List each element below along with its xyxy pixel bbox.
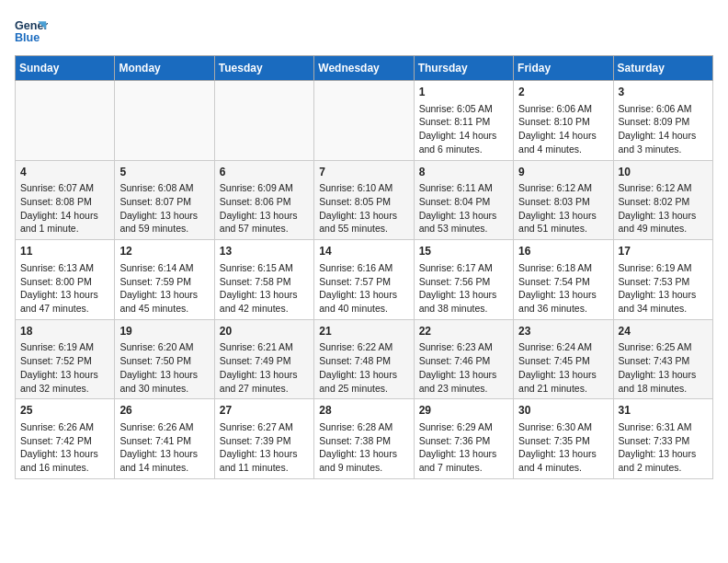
column-header-friday: Friday — [514, 56, 613, 81]
calendar-cell: 20Sunrise: 6:21 AM Sunset: 7:49 PM Dayli… — [214, 319, 313, 399]
day-info: Sunrise: 6:19 AM Sunset: 7:53 PM Dayligh… — [619, 261, 708, 316]
column-header-thursday: Thursday — [414, 56, 513, 81]
day-number: 11 — [20, 244, 109, 259]
day-info: Sunrise: 6:31 AM Sunset: 7:33 PM Dayligh… — [619, 420, 708, 475]
day-info: Sunrise: 6:17 AM Sunset: 7:56 PM Dayligh… — [419, 261, 508, 316]
calendar-cell — [214, 81, 313, 161]
day-info: Sunrise: 6:06 AM Sunset: 8:10 PM Dayligh… — [518, 102, 608, 156]
day-info: Sunrise: 6:12 AM Sunset: 8:02 PM Dayligh… — [619, 181, 708, 236]
day-number: 8 — [419, 165, 508, 180]
day-info: Sunrise: 6:26 AM Sunset: 7:42 PM Dayligh… — [20, 420, 109, 475]
calendar-cell: 13Sunrise: 6:15 AM Sunset: 7:58 PM Dayli… — [214, 240, 313, 320]
calendar-cell: 1Sunrise: 6:05 AM Sunset: 8:11 PM Daylig… — [414, 81, 513, 161]
day-info: Sunrise: 6:22 AM Sunset: 7:48 PM Dayligh… — [319, 340, 408, 395]
day-info: Sunrise: 6:11 AM Sunset: 8:04 PM Dayligh… — [419, 181, 508, 236]
day-number: 23 — [518, 324, 608, 339]
calendar-cell: 14Sunrise: 6:16 AM Sunset: 7:57 PM Dayli… — [314, 240, 414, 320]
column-header-monday: Monday — [115, 56, 214, 81]
day-number: 9 — [518, 165, 608, 180]
day-number: 17 — [619, 244, 708, 259]
calendar-cell: 25Sunrise: 6:26 AM Sunset: 7:42 PM Dayli… — [16, 399, 115, 479]
day-number: 14 — [319, 244, 408, 259]
day-info: Sunrise: 6:26 AM Sunset: 7:41 PM Dayligh… — [119, 420, 209, 475]
calendar-cell: 11Sunrise: 6:13 AM Sunset: 8:00 PM Dayli… — [16, 240, 115, 320]
calendar-cell: 10Sunrise: 6:12 AM Sunset: 8:02 PM Dayli… — [613, 160, 712, 240]
day-info: Sunrise: 6:10 AM Sunset: 8:05 PM Dayligh… — [319, 181, 408, 236]
day-number: 12 — [119, 244, 209, 259]
calendar-cell — [314, 81, 414, 161]
logo-icon: General Blue — [15, 15, 48, 48]
calendar-cell: 17Sunrise: 6:19 AM Sunset: 7:53 PM Dayli… — [613, 240, 712, 320]
calendar-header: SundayMondayTuesdayWednesdayThursdayFrid… — [16, 56, 713, 81]
week-row-2: 4Sunrise: 6:07 AM Sunset: 8:08 PM Daylig… — [16, 160, 713, 240]
day-number: 29 — [419, 403, 508, 419]
day-info: Sunrise: 6:18 AM Sunset: 7:54 PM Dayligh… — [518, 261, 608, 316]
day-info: Sunrise: 6:23 AM Sunset: 7:46 PM Dayligh… — [419, 340, 508, 395]
day-info: Sunrise: 6:05 AM Sunset: 8:11 PM Dayligh… — [419, 102, 508, 156]
day-number: 30 — [518, 403, 608, 419]
day-number: 28 — [319, 403, 408, 419]
day-number: 4 — [20, 165, 109, 180]
day-info: Sunrise: 6:20 AM Sunset: 7:50 PM Dayligh… — [119, 340, 209, 395]
calendar-table: SundayMondayTuesdayWednesdayThursdayFrid… — [15, 55, 713, 479]
calendar-cell: 22Sunrise: 6:23 AM Sunset: 7:46 PM Dayli… — [414, 319, 513, 399]
day-info: Sunrise: 6:13 AM Sunset: 8:00 PM Dayligh… — [20, 261, 109, 316]
calendar-cell: 27Sunrise: 6:27 AM Sunset: 7:39 PM Dayli… — [214, 399, 313, 479]
day-info: Sunrise: 6:09 AM Sunset: 8:06 PM Dayligh… — [220, 181, 309, 236]
day-number: 21 — [319, 324, 408, 339]
day-info: Sunrise: 6:29 AM Sunset: 7:36 PM Dayligh… — [419, 420, 508, 475]
day-info: Sunrise: 6:28 AM Sunset: 7:38 PM Dayligh… — [319, 420, 408, 475]
day-number: 18 — [20, 324, 109, 339]
week-row-5: 25Sunrise: 6:26 AM Sunset: 7:42 PM Dayli… — [16, 399, 713, 479]
calendar-cell: 26Sunrise: 6:26 AM Sunset: 7:41 PM Dayli… — [115, 399, 214, 479]
calendar-cell: 16Sunrise: 6:18 AM Sunset: 7:54 PM Dayli… — [514, 240, 613, 320]
day-number: 16 — [518, 244, 608, 259]
calendar-cell: 19Sunrise: 6:20 AM Sunset: 7:50 PM Dayli… — [115, 319, 214, 399]
day-number: 20 — [220, 324, 309, 339]
calendar-cell: 18Sunrise: 6:19 AM Sunset: 7:52 PM Dayli… — [16, 319, 115, 399]
calendar-cell: 12Sunrise: 6:14 AM Sunset: 7:59 PM Dayli… — [115, 240, 214, 320]
calendar-cell — [115, 81, 214, 161]
day-number: 25 — [20, 403, 109, 419]
calendar-cell — [16, 81, 115, 161]
calendar-cell: 3Sunrise: 6:06 AM Sunset: 8:09 PM Daylig… — [613, 81, 712, 161]
header-row: SundayMondayTuesdayWednesdayThursdayFrid… — [16, 56, 713, 81]
day-info: Sunrise: 6:14 AM Sunset: 7:59 PM Dayligh… — [119, 261, 209, 316]
day-info: Sunrise: 6:21 AM Sunset: 7:49 PM Dayligh… — [220, 340, 309, 395]
day-number: 26 — [119, 403, 209, 419]
calendar-cell: 2Sunrise: 6:06 AM Sunset: 8:10 PM Daylig… — [514, 81, 613, 161]
column-header-wednesday: Wednesday — [314, 56, 414, 81]
day-number: 2 — [518, 85, 608, 100]
day-number: 3 — [619, 85, 708, 100]
calendar-body: 1Sunrise: 6:05 AM Sunset: 8:11 PM Daylig… — [16, 81, 713, 479]
calendar-cell: 6Sunrise: 6:09 AM Sunset: 8:06 PM Daylig… — [214, 160, 313, 240]
day-number: 6 — [220, 165, 309, 180]
day-info: Sunrise: 6:16 AM Sunset: 7:57 PM Dayligh… — [319, 261, 408, 316]
calendar-cell: 21Sunrise: 6:22 AM Sunset: 7:48 PM Dayli… — [314, 319, 414, 399]
week-row-4: 18Sunrise: 6:19 AM Sunset: 7:52 PM Dayli… — [16, 319, 713, 399]
day-info: Sunrise: 6:24 AM Sunset: 7:45 PM Dayligh… — [518, 340, 608, 395]
logo: General Blue — [15, 15, 48, 48]
day-info: Sunrise: 6:27 AM Sunset: 7:39 PM Dayligh… — [220, 420, 309, 475]
column-header-sunday: Sunday — [16, 56, 115, 81]
day-info: Sunrise: 6:07 AM Sunset: 8:08 PM Dayligh… — [20, 181, 109, 236]
calendar-cell: 8Sunrise: 6:11 AM Sunset: 8:04 PM Daylig… — [414, 160, 513, 240]
calendar-cell: 31Sunrise: 6:31 AM Sunset: 7:33 PM Dayli… — [613, 399, 712, 479]
day-info: Sunrise: 6:12 AM Sunset: 8:03 PM Dayligh… — [518, 181, 608, 236]
calendar-cell: 4Sunrise: 6:07 AM Sunset: 8:08 PM Daylig… — [16, 160, 115, 240]
day-number: 1 — [419, 85, 508, 100]
day-info: Sunrise: 6:15 AM Sunset: 7:58 PM Dayligh… — [220, 261, 309, 316]
day-number: 31 — [619, 403, 708, 419]
day-number: 22 — [419, 324, 508, 339]
week-row-3: 11Sunrise: 6:13 AM Sunset: 8:00 PM Dayli… — [16, 240, 713, 320]
calendar-cell: 24Sunrise: 6:25 AM Sunset: 7:43 PM Dayli… — [613, 319, 712, 399]
day-number: 15 — [419, 244, 508, 259]
week-row-1: 1Sunrise: 6:05 AM Sunset: 8:11 PM Daylig… — [16, 81, 713, 161]
day-info: Sunrise: 6:19 AM Sunset: 7:52 PM Dayligh… — [20, 340, 109, 395]
svg-text:Blue: Blue — [15, 31, 40, 44]
day-number: 24 — [619, 324, 708, 339]
calendar-cell: 9Sunrise: 6:12 AM Sunset: 8:03 PM Daylig… — [514, 160, 613, 240]
header: General Blue — [15, 15, 713, 48]
day-info: Sunrise: 6:08 AM Sunset: 8:07 PM Dayligh… — [119, 181, 209, 236]
calendar-cell: 29Sunrise: 6:29 AM Sunset: 7:36 PM Dayli… — [414, 399, 513, 479]
